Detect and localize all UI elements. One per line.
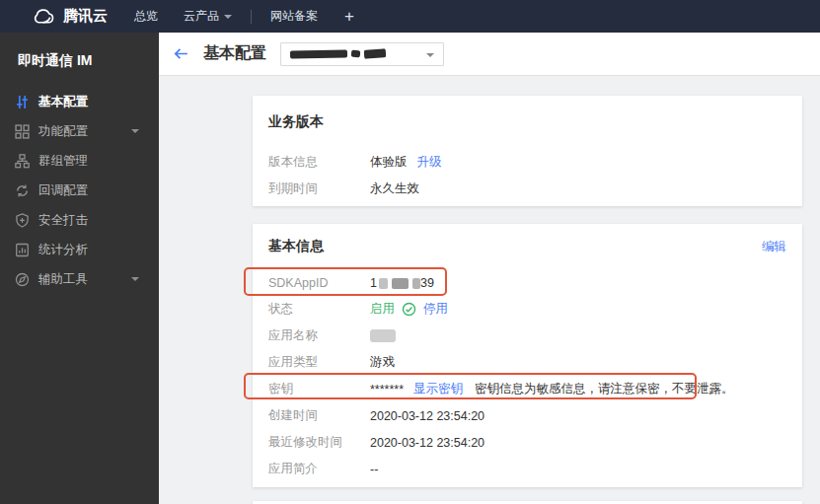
sdkappid-value: 139 xyxy=(370,276,434,290)
app-type-value: 游戏 xyxy=(370,354,395,371)
row-label: 创建时间 xyxy=(268,407,370,424)
modified-time-row: 最近修改时间 2020-03-12 23:54:20 xyxy=(253,429,802,456)
sidebar-product-title: 即时通信 IM xyxy=(0,33,159,87)
basic-info-card: 基本信息 编辑 SDKAppID 139 状态 启用 xyxy=(253,224,802,487)
chevron-down-icon xyxy=(224,15,232,23)
modified-time-value: 2020-03-12 23:54:20 xyxy=(370,436,485,450)
row-label: 应用名称 xyxy=(268,327,370,344)
row-label: 状态 xyxy=(268,301,370,318)
tencent-cloud-console: 腾讯云 总览 云产品 网站备案 + 即时通信 IM 基本 xyxy=(0,0,820,504)
tencent-cloud-logo-icon xyxy=(32,8,56,25)
redaction-block xyxy=(412,278,420,289)
created-time-value: 2020-03-12 23:54:20 xyxy=(370,409,485,423)
chevron-down-icon xyxy=(131,277,139,285)
app-intro-value: -- xyxy=(370,463,378,476)
row-label: 应用类型 xyxy=(268,354,370,371)
row-label: SDKAppID xyxy=(268,276,370,290)
nav-website-beian-label: 网站备案 xyxy=(270,8,318,25)
check-circle-icon xyxy=(402,302,416,317)
row-label: 密钥 xyxy=(268,381,370,397)
edit-link[interactable]: 编辑 xyxy=(762,239,786,255)
sdkappid-row: SDKAppID 139 xyxy=(253,269,802,296)
redaction-block xyxy=(379,278,388,289)
sync-arrows-icon xyxy=(15,183,30,198)
disable-app-link[interactable]: 停用 xyxy=(423,301,448,318)
expire-value: 永久生效 xyxy=(370,180,419,197)
redaction-block xyxy=(392,278,409,289)
upgrade-link[interactable]: 升级 xyxy=(417,154,442,171)
chevron-down-icon xyxy=(131,129,139,137)
sidebar-item-group-management[interactable]: 群组管理 xyxy=(0,146,159,176)
main-area: 基本配置 业务版本 版本信息 体验版 升级 到期 xyxy=(159,33,820,504)
app-name-row: 应用名称 xyxy=(253,323,802,349)
shield-icon xyxy=(15,213,30,228)
business-version-card: 业务版本 版本信息 体验版 升级 到期时间 永久生效 xyxy=(253,96,802,206)
brand-label: 腾讯云 xyxy=(63,7,108,26)
sidebar-item-basic-config[interactable]: 基本配置 xyxy=(0,87,159,116)
nav-website-beian[interactable]: 网站备案 xyxy=(258,8,331,25)
app-type-row: 应用类型 游戏 xyxy=(253,349,802,376)
status-row: 状态 启用 停用 xyxy=(253,296,802,323)
card-title: 业务版本 xyxy=(253,96,802,131)
show-secret-link[interactable]: 显示密钥 xyxy=(413,381,463,397)
sidebar-item-label: 基本配置 xyxy=(38,94,88,110)
version-info-row: 版本信息 体验版 升级 xyxy=(253,149,802,176)
content-area: 业务版本 版本信息 体验版 升级 到期时间 永久生效 基本信息 编辑 xyxy=(159,77,820,504)
top-navigation: 总览 云产品 网站备案 + xyxy=(121,7,368,27)
status-enabled-text: 启用 xyxy=(370,301,395,318)
sidebar-item-label: 回调配置 xyxy=(38,182,88,199)
brand-home-link[interactable]: 腾讯云 xyxy=(32,7,108,26)
sidebar-item-statistics[interactable]: 统计分析 xyxy=(0,235,159,264)
page-title: 基本配置 xyxy=(203,43,266,64)
compass-tools-icon xyxy=(15,272,30,287)
sidebar-item-auxiliary-tools[interactable]: 辅助工具 xyxy=(0,264,159,294)
sidebar-item-label: 辅助工具 xyxy=(38,271,88,288)
sidebar-item-label: 功能配置 xyxy=(38,123,88,140)
nav-cloud-products[interactable]: 云产品 xyxy=(171,8,245,25)
app-name-redacted-value xyxy=(370,329,396,342)
app-selector-dropdown[interactable] xyxy=(280,42,444,66)
sidebar-item-security-strike[interactable]: 安全打击 xyxy=(0,205,159,235)
app-intro-row: 应用简介 -- xyxy=(253,456,802,482)
nav-overview[interactable]: 总览 xyxy=(121,8,171,25)
sidebar: 即时通信 IM 基本配置 功能配置 xyxy=(0,33,159,504)
topbar: 腾讯云 总览 云产品 网站备案 + xyxy=(0,0,820,33)
modules-grid-icon xyxy=(15,124,30,139)
sidebar-item-callback-config[interactable]: 回调配置 xyxy=(0,176,159,205)
back-arrow-icon[interactable] xyxy=(173,45,190,63)
chevron-down-icon xyxy=(426,53,434,61)
secret-warning-note: 密钥信息为敏感信息，请注意保密，不要泄露。 xyxy=(475,381,734,397)
row-label: 应用简介 xyxy=(268,461,370,477)
sidebar-item-label: 统计分析 xyxy=(38,242,88,258)
row-label: 版本信息 xyxy=(268,154,370,171)
card-title: 基本信息 xyxy=(253,224,802,255)
sidebar-item-label: 群组管理 xyxy=(38,153,88,170)
add-console-tab-button[interactable]: + xyxy=(331,7,368,27)
version-value: 体验版 xyxy=(370,154,408,171)
app-selector-redacted-value xyxy=(290,49,386,58)
expire-time-row: 到期时间 永久生效 xyxy=(253,176,802,202)
row-label: 最近修改时间 xyxy=(268,434,370,451)
sidebar-item-label: 安全打击 xyxy=(38,212,88,229)
org-chart-icon xyxy=(15,154,30,169)
secret-masked-value: ******* xyxy=(370,383,404,396)
page-header: 基本配置 xyxy=(159,33,820,76)
sidebar-item-feature-config[interactable]: 功能配置 xyxy=(0,116,159,146)
secret-key-row: 密钥 ******* 显示密钥 密钥信息为敏感信息，请注意保密，不要泄露。 xyxy=(253,376,802,402)
nav-divider xyxy=(251,10,252,24)
created-time-row: 创建时间 2020-03-12 23:54:20 xyxy=(253,402,802,429)
nav-overview-label: 总览 xyxy=(134,8,158,25)
row-label: 到期时间 xyxy=(268,180,370,197)
report-chart-icon xyxy=(15,243,30,257)
nav-cloud-products-label: 云产品 xyxy=(184,8,219,25)
sliders-icon xyxy=(15,95,30,109)
